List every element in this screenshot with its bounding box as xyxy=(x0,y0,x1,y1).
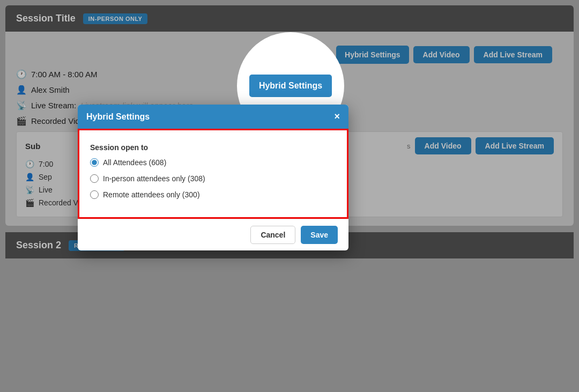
radio-remote-input[interactable] xyxy=(90,190,99,199)
modal-header: Hybrid Settings × xyxy=(78,105,348,129)
modal-body-inner: Session open to All Attendees (608) In-p… xyxy=(90,141,336,212)
radio-remote-label: Remote attendees only (300) xyxy=(103,190,200,199)
session-open-label: Session open to xyxy=(90,143,336,152)
radio-inperson-label: In-person attendees only (308) xyxy=(103,174,205,183)
modal-close-button[interactable]: × xyxy=(334,111,340,122)
radio-all-attendees-input[interactable] xyxy=(90,158,99,167)
modal-footer: Cancel Save xyxy=(78,219,348,250)
hybrid-settings-modal: Hybrid Settings × Session open to All At… xyxy=(78,105,348,250)
radio-inperson-input[interactable] xyxy=(90,174,99,183)
radio-remote[interactable]: Remote attendees only (300) xyxy=(90,190,336,199)
modal-save-button[interactable]: Save xyxy=(301,226,338,244)
radio-all-attendees[interactable]: All Attendees (608) xyxy=(90,158,336,167)
modal-cancel-button[interactable]: Cancel xyxy=(250,226,295,244)
hybrid-settings-tooltip-button[interactable]: Hybrid Settings xyxy=(249,75,332,97)
modal-title: Hybrid Settings xyxy=(86,112,150,122)
radio-inperson[interactable]: In-person attendees only (308) xyxy=(90,174,336,183)
page-wrapper: Session Title IN-PERSON ONLY Hybrid Sett… xyxy=(0,0,579,392)
radio-all-attendees-label: All Attendees (608) xyxy=(103,158,166,167)
modal-body: Session open to All Attendees (608) In-p… xyxy=(78,129,348,219)
